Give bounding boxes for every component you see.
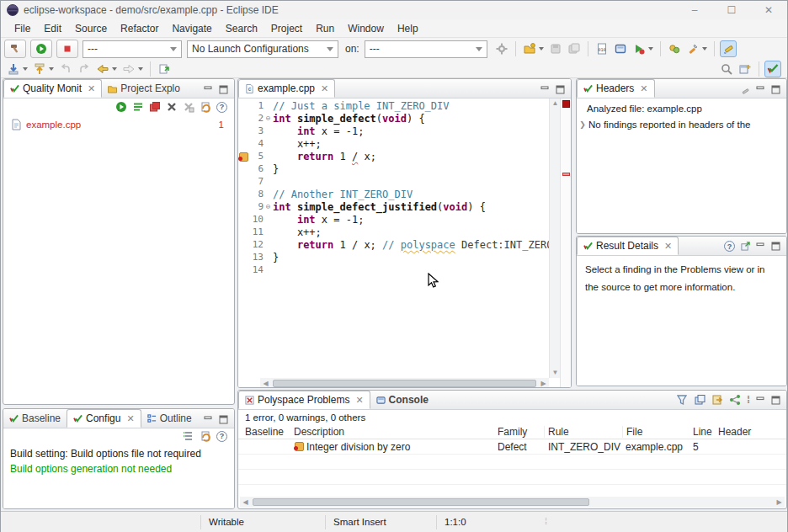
scrollbar-thumb[interactable] bbox=[273, 380, 536, 387]
menu-edit[interactable]: Edit bbox=[37, 23, 68, 35]
maximize-view-icon[interactable] bbox=[219, 85, 228, 94]
close-tab-icon[interactable]: ✕ bbox=[355, 395, 363, 406]
maximize-view-icon[interactable] bbox=[771, 242, 780, 251]
binary-file-icon[interactable]: 010 bbox=[594, 40, 610, 57]
help-icon[interactable]: ? bbox=[724, 241, 735, 252]
minimize-window-icon[interactable]: – bbox=[676, 1, 713, 19]
minimize-view-icon[interactable] bbox=[204, 85, 213, 94]
launch-settings-gear-icon[interactable] bbox=[493, 40, 510, 57]
profile-icon[interactable] bbox=[666, 40, 683, 57]
polyspace-perspective-button[interactable] bbox=[764, 61, 781, 77]
column-rule[interactable]: Rule bbox=[544, 426, 622, 438]
remove-icon[interactable] bbox=[166, 101, 178, 113]
menu-project[interactable]: Project bbox=[264, 23, 309, 35]
minimize-view-icon[interactable] bbox=[204, 415, 213, 424]
filter-icon[interactable] bbox=[676, 394, 688, 406]
code-line[interactable]: 11 x++; bbox=[238, 226, 549, 238]
tab-polyspace-problems[interactable]: Polyspace Problems ✕ bbox=[238, 391, 370, 409]
code-editor[interactable]: 1// Just a simple INT_ZERO_DIV2⊖int simp… bbox=[238, 99, 549, 378]
remove-all-icon[interactable] bbox=[183, 101, 194, 113]
maximize-window-icon[interactable]: ☐ bbox=[713, 1, 750, 19]
forward-navigation-caret[interactable] bbox=[138, 67, 143, 71]
scroll-left-icon[interactable]: ◀ bbox=[260, 378, 271, 388]
save-all-button[interactable] bbox=[566, 40, 583, 57]
tab-headers[interactable]: Headers ✕ bbox=[577, 79, 655, 98]
import-results-icon[interactable] bbox=[711, 394, 723, 406]
run-console-icon[interactable] bbox=[631, 40, 647, 57]
scroll-left-icon[interactable]: ◀ bbox=[240, 497, 251, 508]
launch-configuration-combo[interactable]: No Launch Configurations bbox=[187, 40, 338, 58]
code-line[interactable]: 7 bbox=[238, 175, 549, 188]
tab-project-explorer[interactable]: Project Explo bbox=[102, 79, 186, 98]
help-icon[interactable]: ? bbox=[216, 102, 227, 113]
help-icon[interactable]: ? bbox=[216, 431, 227, 442]
problems-table-header[interactable]: Baseline Description Family Rule File Li… bbox=[238, 424, 786, 439]
tab-configuration[interactable]: Configu ✕ bbox=[67, 409, 141, 428]
code-line[interactable]: 9⊖int simple_defect_justified(void) { bbox=[238, 200, 549, 213]
menu-source[interactable]: Source bbox=[68, 23, 114, 35]
import-menu-caret[interactable] bbox=[23, 67, 28, 71]
overview-ruler[interactable] bbox=[560, 98, 571, 388]
maximize-view-icon[interactable] bbox=[219, 415, 228, 424]
sort-options-icon[interactable] bbox=[183, 430, 194, 442]
tab-quality-monitoring[interactable]: Quality Monit ✕ bbox=[3, 79, 102, 98]
code-line[interactable]: 12 return 1 / x; // polyspace Defect:INT… bbox=[238, 238, 549, 251]
problem-row[interactable]: Integer division by zero Defect INT_ZERO… bbox=[238, 439, 786, 455]
code-line[interactable]: 5 return 1 / x; bbox=[238, 150, 549, 162]
menu-help[interactable]: Help bbox=[391, 23, 425, 35]
close-tab-icon[interactable]: ✕ bbox=[640, 83, 647, 94]
target-combo[interactable]: --- bbox=[365, 40, 487, 58]
tab-console[interactable]: Console bbox=[370, 391, 434, 409]
overview-error-indicator[interactable] bbox=[562, 100, 570, 108]
new-wizard-button[interactable] bbox=[521, 40, 538, 57]
code-line[interactable]: 4 x++; bbox=[238, 137, 549, 150]
headers-findings-row[interactable]: ❯ No findings reported in headers of the bbox=[577, 114, 786, 130]
import-findings-icon[interactable] bbox=[5, 61, 22, 77]
maximize-view-icon[interactable] bbox=[771, 396, 780, 405]
menu-refactor[interactable]: Refactor bbox=[114, 23, 165, 35]
problems-horizontal-scrollbar[interactable]: ◀ ▶ bbox=[240, 497, 785, 508]
share-findings-icon[interactable] bbox=[729, 394, 741, 406]
minimize-view-icon[interactable] bbox=[756, 242, 765, 251]
run-console-menu-caret[interactable] bbox=[648, 47, 653, 51]
search-icon[interactable] bbox=[718, 61, 735, 77]
tab-result-details[interactable]: Result Details ✕ bbox=[577, 237, 679, 255]
menu-search[interactable]: Search bbox=[219, 23, 264, 35]
overview-error-mark[interactable] bbox=[562, 173, 570, 176]
menu-navigate[interactable]: Navigate bbox=[165, 23, 218, 35]
code-line[interactable]: 14 bbox=[238, 263, 549, 276]
export-findings-icon[interactable] bbox=[31, 61, 48, 77]
back-navigation-caret[interactable] bbox=[112, 67, 117, 71]
close-tab-icon[interactable]: ✕ bbox=[664, 241, 672, 252]
column-description[interactable]: Description bbox=[290, 426, 494, 438]
editor-horizontal-scrollbar[interactable]: ◀ ▶ bbox=[260, 378, 549, 388]
quality-monitor-file-row[interactable]: example.cpp 1 bbox=[3, 115, 234, 130]
minimize-view-icon[interactable] bbox=[756, 396, 765, 405]
run-polyspace-button[interactable] bbox=[30, 40, 52, 58]
external-tools-icon[interactable] bbox=[684, 40, 701, 57]
view-menu-icon[interactable]: ⁞ bbox=[747, 394, 750, 406]
open-external-icon[interactable] bbox=[741, 242, 750, 251]
reload-results-icon[interactable] bbox=[200, 101, 211, 113]
tab-editor-example-cpp[interactable]: c example.cpp ✕ bbox=[238, 79, 335, 98]
group-by-icon[interactable] bbox=[694, 394, 705, 406]
result-combo[interactable]: --- bbox=[83, 40, 182, 58]
code-line[interactable]: 1// Just a simple INT_ZERO_DIV bbox=[238, 99, 549, 112]
stop-button[interactable] bbox=[56, 40, 78, 58]
code-line[interactable]: 13} bbox=[238, 251, 549, 263]
last-edit-location-icon[interactable] bbox=[156, 61, 173, 77]
scroll-right-icon[interactable]: ▶ bbox=[538, 378, 549, 388]
configure-analysis-icon[interactable] bbox=[132, 101, 144, 113]
build-hammer-button[interactable] bbox=[4, 40, 26, 58]
fold-collapse-icon[interactable]: ⊖ bbox=[264, 112, 273, 125]
column-family[interactable]: Family bbox=[494, 426, 544, 438]
menu-run[interactable]: Run bbox=[309, 23, 341, 35]
pencil-icon[interactable] bbox=[741, 85, 750, 94]
scrollbar-thumb[interactable] bbox=[253, 498, 589, 506]
close-tab-icon[interactable]: ✕ bbox=[88, 83, 95, 94]
column-line[interactable]: Line bbox=[690, 426, 715, 438]
stop-all-icon[interactable] bbox=[149, 101, 161, 113]
external-tools-menu-caret[interactable] bbox=[702, 47, 707, 51]
error-marker-icon[interactable] bbox=[238, 150, 249, 162]
close-window-icon[interactable]: ✕ bbox=[750, 1, 787, 19]
